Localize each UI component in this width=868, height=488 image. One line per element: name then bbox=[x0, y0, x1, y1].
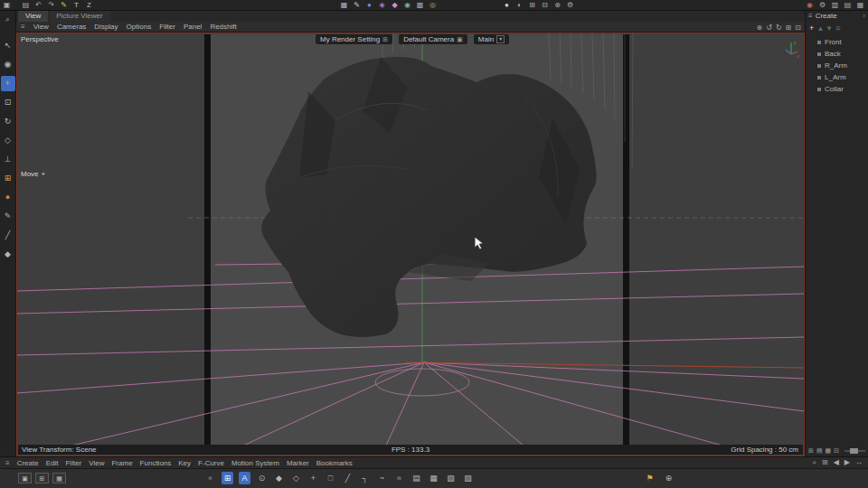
keyframe-selection-icon[interactable]: ⊙ bbox=[256, 472, 268, 484]
target-icon[interactable]: ⊕ bbox=[663, 472, 675, 484]
axis-lock-icon[interactable]: ⊥ bbox=[1, 152, 15, 167]
icon-size-slider[interactable] bbox=[844, 450, 865, 452]
render-setting-button[interactable]: My Render Setting ⊞ bbox=[316, 34, 392, 44]
object-item-r-arm[interactable]: R_Arm bbox=[806, 60, 868, 71]
track-view-icon[interactable]: ▤ bbox=[410, 472, 422, 484]
object-item-l-arm[interactable]: L_Arm bbox=[806, 71, 868, 83]
app-icon[interactable]: ▣ bbox=[3, 0, 11, 10]
redo-icon[interactable]: ↷ bbox=[47, 0, 55, 10]
cloner-icon[interactable]: ◈ bbox=[378, 0, 386, 10]
pin-icon[interactable]: ⚑ bbox=[644, 472, 656, 484]
zoom-icon[interactable]: ⌕ bbox=[1, 12, 15, 27]
last-tool-icon[interactable]: ◇ bbox=[1, 133, 15, 148]
add-object-icon[interactable]: + bbox=[809, 23, 814, 33]
solo-off-icon[interactable]: ● bbox=[204, 472, 216, 484]
view-list-icon[interactable]: ▤ bbox=[816, 447, 823, 455]
record-position-icon[interactable]: ◆ bbox=[273, 472, 285, 484]
pan-view-icon[interactable]: ⊕ bbox=[756, 23, 762, 32]
record-parameter-icon[interactable]: □ bbox=[325, 472, 336, 484]
ease-interp-icon[interactable]: ≈ bbox=[393, 472, 405, 484]
volume-icon[interactable]: ▩ bbox=[416, 0, 424, 10]
select-tool-icon[interactable]: ↖ bbox=[1, 38, 15, 53]
camera-button[interactable]: Default Camera ▣ bbox=[399, 34, 467, 44]
autokey-icon[interactable]: A bbox=[239, 472, 250, 484]
viewport-menu-cameras[interactable]: Cameras bbox=[57, 23, 86, 31]
pen-spline-icon[interactable]: ✎ bbox=[353, 0, 361, 10]
timeline-menu-fcurve[interactable]: F-Curve bbox=[198, 459, 224, 467]
magnet-tool-icon[interactable]: ◆ bbox=[1, 247, 15, 262]
preferences-icon[interactable]: ⚙ bbox=[566, 0, 574, 10]
chevron-right-icon[interactable]: › bbox=[863, 12, 865, 20]
dope-sheet-icon[interactable]: ▦ bbox=[428, 472, 439, 484]
snap-settings-icon[interactable]: ⊟ bbox=[541, 0, 549, 10]
timeline-menu-motion-system[interactable]: Motion System bbox=[231, 459, 279, 467]
move-down-icon[interactable]: ▾ bbox=[827, 23, 832, 33]
object-item-back[interactable]: Back bbox=[806, 48, 868, 60]
panel-toggle-icon[interactable]: ▤ bbox=[844, 0, 852, 10]
maximize-view-icon[interactable]: ⊡ bbox=[795, 23, 801, 32]
field-icon[interactable]: ◉ bbox=[403, 0, 411, 10]
zero-icon[interactable]: Z bbox=[85, 0, 93, 10]
object-item-front[interactable]: Front bbox=[806, 36, 868, 48]
rotate-tool-icon[interactable]: ↻ bbox=[1, 114, 15, 129]
linear-interp-icon[interactable]: ╱ bbox=[342, 472, 354, 484]
motion-mode-icon[interactable]: ▨ bbox=[462, 472, 474, 484]
pen-tool-icon[interactable]: ✎ bbox=[60, 0, 68, 10]
timeline-menu-bookmarks[interactable]: Bookmarks bbox=[316, 459, 353, 467]
record-rotation-icon[interactable]: + bbox=[307, 472, 319, 484]
view-small-icon[interactable]: ⊞ bbox=[808, 447, 814, 455]
viewport-menu-redshift[interactable]: Redshift bbox=[210, 23, 236, 31]
layout-grid-icon[interactable]: ⊞ bbox=[528, 0, 536, 10]
viewport-menu-icon[interactable]: ≡ bbox=[21, 23, 25, 31]
timeline-menu-edit[interactable]: Edit bbox=[46, 459, 59, 467]
undo-icon[interactable]: ↶ bbox=[34, 0, 42, 10]
workplane-icon[interactable]: ⊞ bbox=[1, 171, 15, 186]
render-settings-icon[interactable]: ⚙ bbox=[818, 0, 826, 10]
panel-menu-icon[interactable]: ≡ bbox=[808, 12, 813, 20]
uv-icon[interactable]: ◐ bbox=[515, 0, 524, 10]
fcurve-mode-icon[interactable]: ▧ bbox=[445, 472, 457, 484]
redo-view-icon[interactable]: ↻ bbox=[776, 23, 782, 32]
timeline-menu-key[interactable]: Key bbox=[178, 459, 191, 467]
snap-toggle-icon[interactable]: ▣ bbox=[18, 473, 32, 483]
timeline-menu-marker[interactable]: Marker bbox=[287, 459, 309, 467]
tab-view[interactable]: View bbox=[18, 10, 48, 22]
interface-layout-icon[interactable]: ▥ bbox=[831, 0, 839, 10]
timeline-menu-filter[interactable]: Filter bbox=[65, 459, 81, 467]
viewport-menu-filter[interactable]: Filter bbox=[159, 23, 175, 31]
magnet-toggle-icon[interactable]: ▦ bbox=[52, 473, 66, 483]
panel-menu-icon[interactable]: ≡ bbox=[835, 23, 840, 33]
3d-scene[interactable] bbox=[17, 33, 804, 446]
help-icon[interactable]: ▦ bbox=[856, 0, 864, 10]
timeline-menu-view[interactable]: View bbox=[89, 459, 104, 467]
brush-tool-icon[interactable]: ✎ bbox=[1, 209, 15, 224]
axis-mode-icon[interactable]: ⊕ bbox=[553, 0, 561, 10]
spline-interp-icon[interactable]: ~ bbox=[376, 472, 388, 484]
next-key-icon[interactable]: ▶ bbox=[844, 458, 850, 467]
viewport-menu-display[interactable]: Display bbox=[94, 23, 118, 31]
knife-tool-icon[interactable]: ╱ bbox=[1, 228, 15, 243]
timeline-menu-create[interactable]: Create bbox=[17, 459, 39, 467]
zoom-timeline-icon[interactable]: ⌕ bbox=[813, 458, 816, 467]
viewport-menu-options[interactable]: Options bbox=[127, 23, 152, 31]
timeline-menu-frame[interactable]: Frame bbox=[111, 459, 132, 467]
track-icon[interactable]: T bbox=[72, 0, 80, 10]
timeline-menu-icon[interactable]: ≡ bbox=[5, 459, 10, 467]
viewport-menu-panel[interactable]: Panel bbox=[184, 23, 202, 31]
viewport-menu-view[interactable]: View bbox=[33, 23, 49, 31]
snap-icon[interactable]: ● bbox=[1, 190, 15, 205]
file-new-icon[interactable]: ▤ bbox=[22, 0, 30, 10]
dynamics-icon[interactable]: ◎ bbox=[429, 0, 437, 10]
view-grid-icon[interactable]: ▦ bbox=[826, 447, 832, 455]
take-dropdown[interactable]: Main ▾ bbox=[474, 34, 509, 44]
add-sphere-icon[interactable]: ● bbox=[365, 0, 373, 10]
live-selection-icon[interactable]: ◉ bbox=[1, 57, 15, 72]
render-button-icon[interactable]: ◉ bbox=[806, 0, 814, 10]
move-up-icon[interactable]: ▴ bbox=[818, 23, 823, 33]
undo-view-icon[interactable]: ↺ bbox=[766, 23, 772, 32]
view-large-icon[interactable]: ⊟ bbox=[834, 447, 839, 455]
grid-toggle-icon[interactable]: ⊞ bbox=[35, 473, 49, 483]
tab-picture-viewer[interactable]: Picture Viewer bbox=[49, 10, 109, 22]
prev-key-icon[interactable]: ◀ bbox=[834, 458, 839, 467]
record-scale-icon[interactable]: ◇ bbox=[290, 472, 302, 484]
